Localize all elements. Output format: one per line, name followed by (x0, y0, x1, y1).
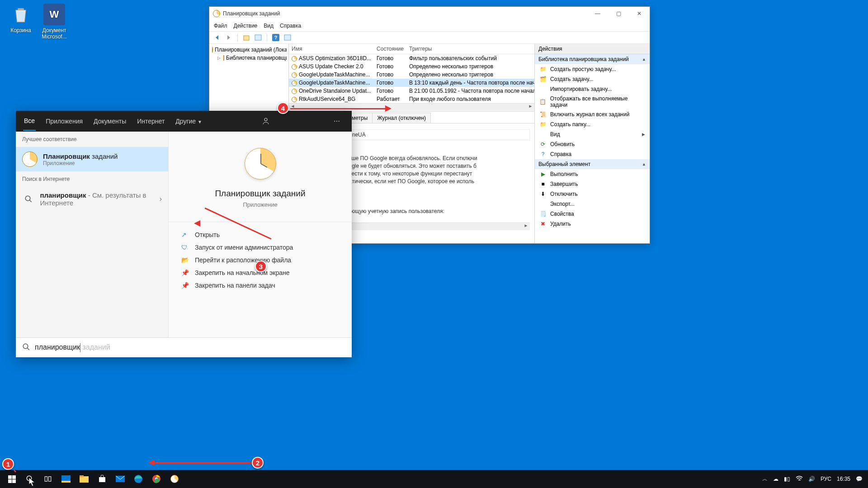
desktop-icon-word[interactable]: Документ Microsof... (37, 4, 71, 40)
folder-open-icon: 📂 (181, 256, 189, 264)
svg-rect-10 (45, 477, 47, 482)
tree-node-root[interactable]: Планировщик заданий (Лока (211, 46, 287, 54)
search-result-web[interactable]: планировщик - См. результаты в Интернете… (16, 187, 168, 211)
tray-language[interactable]: РУС (821, 476, 831, 482)
play-icon: ▶ (539, 171, 547, 178)
preview-action-runas[interactable]: 🛡Запуск от имени администратора (181, 244, 339, 251)
tray-battery-icon[interactable]: ▮▯ (784, 476, 790, 482)
task-row[interactable]: OneDrive Standalone Updat...ГотовоВ 21:0… (289, 87, 534, 95)
taskbar-app-edge[interactable] (129, 470, 147, 488)
menu-file[interactable]: Файл (214, 23, 227, 29)
preview-action-pintaskbar[interactable]: 📌Закрепить на панели задач (181, 282, 339, 289)
collapse-icon[interactable]: ▲ (642, 57, 646, 62)
svg-rect-11 (49, 477, 51, 482)
tray-notifications-icon[interactable]: 💬 (856, 476, 863, 482)
search-tab-more[interactable]: Другие ▼ (175, 112, 203, 130)
help-button[interactable]: ? (271, 33, 281, 43)
tab-log[interactable]: Журнал (отключен) (372, 113, 431, 123)
action-delete[interactable]: ✖Удалить (535, 219, 650, 229)
search-panel: Все Приложения Документы Интернет Другие… (16, 111, 352, 357)
search-tab-all[interactable]: Все (23, 112, 36, 131)
toolbar-button[interactable] (253, 33, 263, 43)
taskbar-app-explorer[interactable] (57, 470, 75, 488)
stop-icon: ■ (539, 180, 547, 188)
window-titlebar[interactable]: Планировщик заданий — ▢ ✕ (209, 7, 650, 20)
start-button[interactable] (3, 470, 21, 488)
maximize-button[interactable]: ▢ (608, 7, 629, 20)
task-view-button[interactable] (39, 470, 57, 488)
action-view[interactable]: Вид▶ (535, 129, 650, 139)
taskbar-app-taskscheduler[interactable] (165, 470, 184, 488)
feedback-button[interactable] (258, 117, 274, 125)
task-scheduler-icon (170, 475, 179, 483)
taskbar-app-store[interactable] (93, 470, 111, 488)
search-tab-apps[interactable]: Приложения (45, 112, 84, 130)
desktop-icon-label: Корзина (4, 27, 38, 33)
minimize-button[interactable]: — (587, 7, 608, 20)
task-row[interactable]: ASUS Optimization 36D18D...ГотовоФильтр … (289, 54, 534, 63)
col-triggers[interactable]: Триггеры (406, 44, 534, 54)
action-properties[interactable]: 🗒️Свойства (535, 209, 650, 219)
nav-forward-button[interactable] (224, 33, 234, 43)
action-display-running[interactable]: 📋Отображать все выполняемые задачи (535, 94, 650, 109)
action-end[interactable]: ■Завершить (535, 179, 650, 189)
task-icon (292, 56, 297, 62)
search-tab-docs[interactable]: Документы (93, 112, 127, 130)
nav-back-button[interactable] (212, 33, 222, 43)
taskbar-app-chrome[interactable] (147, 470, 165, 488)
task-row[interactable]: ASUS Update Checker 2.0ГотовоОпределено … (289, 62, 534, 71)
task-row[interactable]: GoogleUpdateTaskMachine...ГотовоВ 13:10 … (289, 79, 534, 87)
action-help[interactable]: ?Справка (535, 149, 650, 159)
menu-help[interactable]: Справка (280, 23, 301, 29)
help-icon: ? (539, 151, 547, 158)
taskbar-app-fileexplorer[interactable] (75, 470, 93, 488)
folder-icon: 📁 (539, 121, 547, 128)
menu-view[interactable]: Вид (264, 23, 274, 29)
tree-node-library[interactable]: ▷Библиотека планировщи (211, 54, 287, 62)
action-import[interactable]: Импортировать задачу... (535, 84, 650, 94)
task-row[interactable]: RtkAudUService64_BGРаботаетПри входе люб… (289, 95, 534, 103)
search-result-task-scheduler[interactable]: Планировщик заданий Приложение (16, 147, 168, 171)
desktop-icon-recycle[interactable]: Корзина (4, 4, 38, 33)
pin-icon: 📌 (181, 282, 189, 289)
toolbar-button[interactable] (283, 33, 292, 43)
search-tab-web[interactable]: Интернет (136, 112, 165, 130)
col-state[interactable]: Состояние (374, 44, 406, 54)
close-button[interactable]: ✕ (629, 7, 650, 20)
more-button[interactable]: ⋯ (329, 118, 344, 125)
collapse-icon[interactable]: ▲ (642, 162, 646, 166)
action-new-folder[interactable]: 📁Создать папку... (535, 119, 650, 129)
tray-wifi-icon[interactable] (796, 475, 803, 483)
action-export[interactable]: Экспорт... (535, 199, 650, 209)
tray-volume-icon[interactable]: 🔊 (808, 476, 815, 482)
action-enable-history[interactable]: 📜Включить журнал всех заданий (535, 109, 650, 119)
action-run[interactable]: ▶Выполнить (535, 169, 650, 179)
task-scheduler-large-icon (245, 148, 276, 180)
preview-subtitle: Приложение (243, 201, 277, 208)
task-row[interactable]: GoogleUpdateTaskMachine...ГотовоОпределе… (289, 71, 534, 79)
actions-section-library: Библиотека планировщика заданий▲ (535, 54, 650, 64)
action-refresh[interactable]: ⟳Обновить (535, 139, 650, 149)
disable-icon: ⬇ (539, 190, 547, 198)
tray-onedrive-icon[interactable]: ☁ (773, 476, 778, 482)
action-create-basic[interactable]: 📁Создать простую задачу... (535, 64, 650, 74)
toolbar-button[interactable] (241, 33, 251, 43)
menu-action[interactable]: Действие (234, 23, 258, 29)
annotation-arrow-4 (290, 108, 385, 109)
tray-chevron-icon[interactable]: ︿ (762, 475, 768, 483)
search-input[interactable]: планировщик заданий (16, 337, 352, 357)
action-disable[interactable]: ⬇Отключить (535, 189, 650, 199)
chevron-right-icon: ▶ (642, 132, 645, 137)
tray-clock[interactable]: 16:35 (837, 476, 850, 482)
task-icon (292, 89, 297, 94)
chevron-down-icon: ▼ (198, 119, 202, 124)
action-create-task[interactable]: 🗂️Создать задачу... (535, 74, 650, 84)
scrollbar-horizontal[interactable]: ◄► (289, 103, 534, 111)
properties-icon: 🗒️ (539, 210, 547, 218)
preview-title: Планировщик заданий (215, 189, 305, 199)
annotation-2: 2 (252, 457, 264, 469)
taskbar-app-mail[interactable] (111, 470, 129, 488)
mouse-cursor-icon (29, 478, 36, 487)
col-name[interactable]: Имя (289, 44, 374, 54)
svg-rect-5 (284, 35, 291, 40)
